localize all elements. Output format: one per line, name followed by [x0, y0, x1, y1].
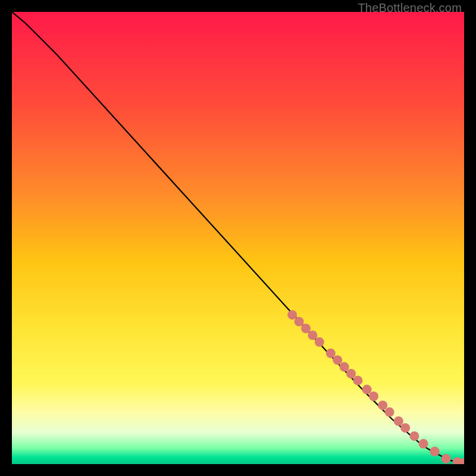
data-point [287, 310, 297, 320]
data-point [346, 369, 356, 378]
data-point [315, 337, 324, 347]
data-point [308, 330, 317, 340]
chart-frame [12, 12, 464, 464]
data-point [326, 349, 336, 358]
data-point [394, 416, 403, 426]
data-point [340, 362, 349, 372]
data-point [430, 447, 440, 456]
data-point [385, 408, 394, 417]
data-point [400, 423, 410, 433]
data-point [378, 400, 387, 410]
data-point [409, 431, 419, 441]
data-point [295, 317, 304, 327]
data-point [369, 392, 378, 401]
data-point [353, 375, 362, 385]
data-point [301, 324, 311, 333]
data-point [333, 355, 342, 365]
data-point [441, 454, 451, 464]
chart-svg [12, 12, 464, 464]
data-point [419, 439, 428, 449]
data-point [362, 385, 372, 394]
